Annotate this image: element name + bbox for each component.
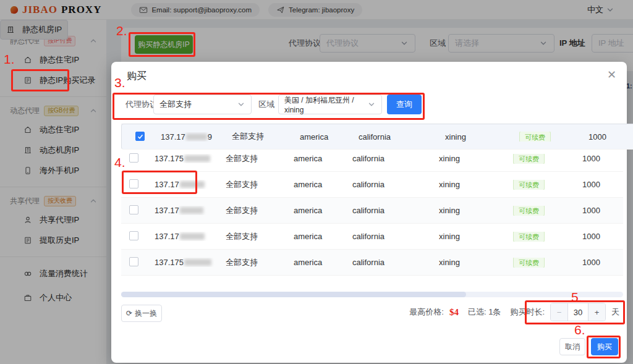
cell-country: america xyxy=(285,154,344,163)
row-checkbox[interactable] xyxy=(129,153,138,163)
modal-footer: 取消 购买 xyxy=(559,338,618,355)
cell-state: california xyxy=(344,154,430,163)
cancel-button[interactable]: 取消 xyxy=(559,338,585,355)
region-select[interactable]: 美国 / 加利福尼亚州 / xining xyxy=(278,95,382,114)
cell-country: america xyxy=(285,180,344,189)
app-root: JIBAO PROXY Email: support@jibaoproxy.co… xyxy=(0,0,633,364)
cell-protocol: 全部支持 xyxy=(217,153,285,164)
purchase-summary-bar: 最高价格: $4 已选: 1条 购买时长: − 30 + 天 xyxy=(409,303,619,321)
cell-state: california xyxy=(344,232,430,241)
refresh-icon: ⟳ xyxy=(126,309,132,318)
cell-city: xining xyxy=(430,180,504,189)
protocol-select[interactable]: 全部支持 xyxy=(153,95,252,114)
cell-protocol: 全部支持 xyxy=(217,231,285,242)
blurred-ip-segment xyxy=(184,155,210,162)
cell-country: america xyxy=(285,258,344,267)
chevron-down-icon xyxy=(367,100,376,109)
renewable-badge: 可续费 xyxy=(513,180,545,190)
query-button[interactable]: 查询 xyxy=(387,95,422,114)
confirm-buy-button[interactable]: 购买 xyxy=(591,338,618,355)
cell-protocol: 全部支持 xyxy=(217,179,285,190)
cell-port: 1000 xyxy=(574,258,623,267)
row-checkbox[interactable] xyxy=(129,257,138,266)
cell-state: california xyxy=(344,180,430,189)
decrease-button[interactable]: − xyxy=(551,303,568,321)
table-row[interactable]: 137.17 全部支持 america california xining 可续… xyxy=(121,198,623,224)
table-row[interactable]: 137.175 全部支持 america california xining 可… xyxy=(121,146,623,172)
blurred-ip-segment xyxy=(184,259,211,266)
blurred-ip-segment xyxy=(180,181,205,188)
cell-protocol: 全部支持 xyxy=(217,205,285,216)
max-price-label: 最高价格: xyxy=(409,307,444,318)
increase-button[interactable]: + xyxy=(588,303,605,321)
swap-button[interactable]: ⟳ 换一换 xyxy=(121,305,162,322)
cell-country: america xyxy=(285,232,344,241)
renewable-badge: 可续费 xyxy=(513,258,545,268)
cell-port: 1000 xyxy=(574,154,623,163)
renewable-badge: 可续费 xyxy=(513,232,545,242)
blurred-ip-segment xyxy=(180,233,205,240)
cell-ip: 137.175 xyxy=(146,154,217,163)
table-body: 137.175 全部支持 america california xining 可… xyxy=(121,146,623,289)
duration-unit: 天 xyxy=(611,307,619,318)
row-checkbox[interactable] xyxy=(129,179,138,188)
region-value: 美国 / 加利福尼亚州 / xining xyxy=(284,95,367,114)
duration-stepper: − 30 + xyxy=(550,303,606,321)
cell-ip: 137.17 xyxy=(146,180,217,189)
cell-city: xining xyxy=(430,232,504,241)
scrollbar-thumb[interactable] xyxy=(121,292,466,297)
cell-port: 1000 xyxy=(574,206,623,215)
max-price-value: $4 xyxy=(449,307,459,318)
cell-ip: 137.17 xyxy=(146,232,217,241)
selected-count: 已选: 1条 xyxy=(468,307,501,318)
cell-city: xining xyxy=(430,206,504,215)
region-label: 区域 xyxy=(258,95,274,114)
blurred-ip-segment xyxy=(180,207,203,214)
table-row[interactable]: 137.17 全部支持 america california xining 可续… xyxy=(121,172,623,198)
cell-ip: 137.17 xyxy=(146,206,217,215)
protocol-value: 全部支持 xyxy=(159,99,192,110)
close-icon[interactable]: ✕ xyxy=(607,68,616,82)
table-row[interactable]: 137.175 全部支持 america california xining 可… xyxy=(121,250,623,276)
cell-city: xining xyxy=(430,154,504,163)
renewable-badge: 可续费 xyxy=(513,206,545,216)
cell-ip: 137.175 xyxy=(146,258,217,267)
chevron-down-icon xyxy=(237,100,245,109)
swap-label: 换一换 xyxy=(135,308,157,319)
horizontal-scrollbar[interactable] xyxy=(121,292,623,297)
table-row-selected[interactable]: 137.179 全部支持 america california xining 可… xyxy=(121,146,623,150)
cell-port: 1000 xyxy=(574,180,623,189)
duration-input[interactable]: 30 xyxy=(568,303,588,321)
row-checkbox[interactable] xyxy=(129,205,138,214)
purchase-modal: 购买 ✕ 代理协议 全部支持 区域 美国 / 加利福尼亚州 / xining 查… xyxy=(111,62,627,363)
table-row[interactable]: 137.17 全部支持 america california xining 可续… xyxy=(121,224,623,250)
cell-protocol: 全部支持 xyxy=(217,257,285,268)
renewable-badge: 可续费 xyxy=(513,154,545,164)
cell-state: california xyxy=(344,206,430,215)
row-checkbox[interactable] xyxy=(129,231,138,240)
modal-title: 购买 xyxy=(127,70,147,83)
modal-filter-bar: 代理协议 全部支持 区域 美国 / 加利福尼亚州 / xining 查询 xyxy=(111,95,627,114)
ip-table: IP 地址 代理协议 国家 省/州 城市 是否可续费 HTTP 端口 137.1… xyxy=(121,124,623,297)
cell-country: america xyxy=(285,206,344,215)
duration-label: 购买时长: xyxy=(510,307,545,318)
cell-state: california xyxy=(344,258,430,267)
cell-port: 1000 xyxy=(574,232,623,241)
cell-city: xining xyxy=(430,258,504,267)
